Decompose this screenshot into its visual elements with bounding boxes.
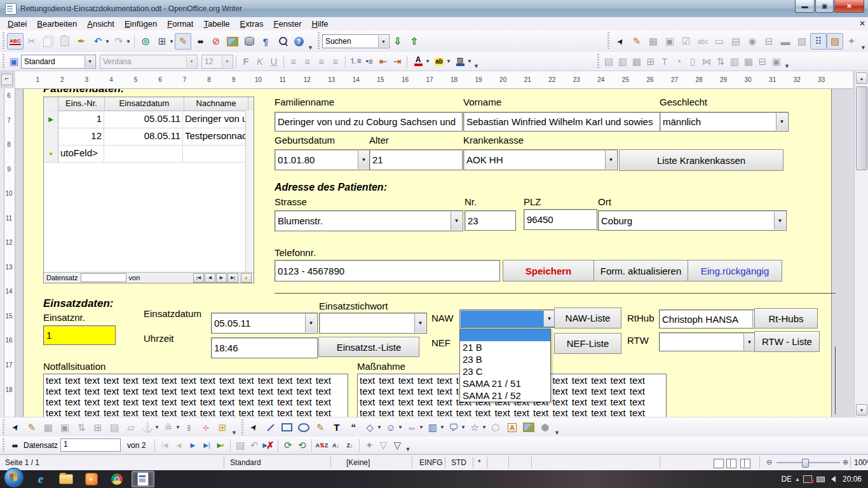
telefon-field[interactable]: 0123 - 4567890 <box>275 260 500 281</box>
book-view-icon[interactable] <box>740 459 750 468</box>
scroll-down-icon[interactable]: ▼ <box>856 404 867 416</box>
stars-icon[interactable]: ☆ <box>466 419 483 436</box>
refresh-icon[interactable]: ⟳ <box>281 438 295 453</box>
rtw-combobox[interactable]: ▼ <box>659 332 756 351</box>
uhrzeit-field[interactable]: 18:46 <box>211 337 318 358</box>
rt-hubs-button[interactable]: Rt-Hubs <box>754 308 818 329</box>
numbered-list-icon[interactable]: ⒈≡ <box>348 54 362 69</box>
dropdown-arrow-icon[interactable]: ▼ <box>743 334 755 350</box>
vertical-scrollbar[interactable]: ▲ ▼ <box>854 71 868 417</box>
hausnr-field[interactable]: 23 <box>465 210 516 231</box>
grid-header[interactable]: Nachname <box>184 97 248 111</box>
minimize-button[interactable]: ▬ <box>795 0 815 13</box>
grid-row-new[interactable]: ● utoFeld> <box>44 145 254 163</box>
form-aktualisieren-button[interactable]: Form. aktualisieren <box>593 260 688 281</box>
menu-item[interactable]: Datei <box>3 18 32 30</box>
dropdown-arrow-icon[interactable]: ▼ <box>358 151 369 169</box>
new-record-button[interactable]: ● <box>241 273 252 283</box>
naw-dropdown-option[interactable]: 23 B <box>460 353 550 365</box>
select-pointer-icon[interactable]: ➤ <box>612 33 628 50</box>
close-document-icon[interactable]: ✕ <box>859 19 865 28</box>
menu-item[interactable]: Einfügen <box>119 18 162 30</box>
dropdown-arrow-icon[interactable]: ▼ <box>605 151 616 169</box>
naw-dropdown-option[interactable]: 21 B <box>460 341 550 353</box>
toolbar-grip[interactable] <box>1 419 6 435</box>
grid-cell[interactable]: 05.05.11 <box>104 111 183 128</box>
grid-cell[interactable]: Deringer von ur <box>183 111 247 128</box>
naw-dropdown-option[interactable]: 23 C <box>460 365 550 377</box>
navigator-icon[interactable]: ⊘ <box>208 33 224 50</box>
scroll-up-icon[interactable]: ▲ <box>856 72 867 84</box>
grid-cell[interactable]: 12 <box>58 128 104 145</box>
toolbar-grip[interactable] <box>596 54 600 69</box>
gallery-icon[interactable] <box>224 33 241 50</box>
grid-cell[interactable]: utoFeld> <box>58 145 104 162</box>
bullet-list-icon[interactable]: •≡ <box>362 54 376 69</box>
menu-item[interactable]: Format <box>162 18 198 30</box>
std-mode-indicator[interactable]: STD <box>451 458 466 467</box>
flowchart-icon[interactable]: ▥ <box>424 419 441 436</box>
snap-to-grid-icon[interactable]: ⊹ <box>198 419 214 436</box>
edit-file-icon[interactable]: ✎ <box>175 33 191 50</box>
grid-scrollbar[interactable] <box>245 111 254 273</box>
select-pointer-icon[interactable]: ➤ <box>7 419 24 436</box>
toolbar-overflow-icon[interactable]: ▼ <box>231 430 237 436</box>
form-design-icon[interactable]: ▨ <box>827 33 843 50</box>
toolbar-overflow-icon[interactable]: ▼ <box>405 446 410 452</box>
nef-liste-button[interactable]: NEF-Liste <box>554 333 621 354</box>
help-icon[interactable]: ? <box>290 33 307 50</box>
toolbar-grip[interactable] <box>1 438 6 452</box>
rthub-combobox[interactable]: Christoph HANSA▼ <box>659 309 765 329</box>
last-record-icon[interactable]: ▶| <box>227 273 238 283</box>
search-combobox[interactable]: Suchen ▼ <box>322 34 390 48</box>
scrollbar-thumb[interactable] <box>856 86 867 170</box>
rtw-liste-button[interactable]: RTW - Liste <box>754 331 820 352</box>
patient-record-grid[interactable]: Eins.-Nr. Einsatzdatum Nachname ▶ 1 05.0… <box>43 97 254 283</box>
menu-item[interactable]: Fenster <box>268 18 306 30</box>
strasse-combobox[interactable]: Blumenstr.▼ <box>275 210 463 231</box>
grid-cell[interactable]: Testpersonnach <box>183 128 247 145</box>
dropdown-arrow-icon[interactable]: ▼ <box>774 212 785 229</box>
toolbar-grip[interactable] <box>240 419 245 435</box>
design-mode-icon[interactable]: ✎ <box>24 419 40 436</box>
drawing-select-icon[interactable]: ➤ <box>246 419 262 436</box>
decrease-indent-icon[interactable]: ⇤ <box>376 54 390 69</box>
dropdown-arrow-icon[interactable]: ▼ <box>776 113 787 130</box>
dropdown-arrow-icon[interactable]: ▼ <box>305 314 316 332</box>
toolbar-overflow-icon[interactable]: ▼ <box>784 63 790 69</box>
zoom-in-icon[interactable]: ⊕ <box>843 458 848 466</box>
plz-field[interactable]: 96450 <box>524 209 597 230</box>
highlighting-icon[interactable]: ab <box>431 53 447 70</box>
grid-cell[interactable] <box>183 145 247 162</box>
grid-cell[interactable]: 1 <box>58 111 104 128</box>
einsatzst-liste-button[interactable]: Einsatzst.-Liste <box>318 337 419 357</box>
block-arrows-icon[interactable]: ⇔ <box>403 419 420 436</box>
toolbar-overflow-icon[interactable]: ▼ <box>554 430 560 436</box>
more-controls-icon[interactable]: ⠿ <box>810 33 827 50</box>
naw-combobox[interactable]: ▼ <box>459 309 556 328</box>
find-next-icon[interactable]: ⇩ <box>390 33 406 50</box>
menu-item[interactable]: Extras <box>235 18 269 30</box>
first-record-icon[interactable]: |◀ <box>193 273 204 283</box>
grid-cell[interactable]: 08.05.11 <box>104 128 183 145</box>
network-icon[interactable]: ✗ <box>803 475 813 484</box>
new-record-icon[interactable]: ▶● <box>214 438 227 453</box>
rectangle-tool-icon[interactable] <box>279 419 295 436</box>
find-previous-icon[interactable]: ⇧ <box>406 33 423 50</box>
paragraph-style-combobox[interactable]: Standard ▼ <box>21 55 96 69</box>
grid-header[interactable]: Einsatzdatum <box>105 97 184 111</box>
insert-table-icon[interactable]: ⊞ <box>154 33 170 50</box>
notfallsituation-textarea[interactable]: text text text text text text text text … <box>43 374 348 417</box>
toolbar-overflow-icon[interactable]: ▼ <box>473 63 479 69</box>
page-style-indicator[interactable]: Standard <box>230 458 261 467</box>
toolbar-grip[interactable] <box>1 54 6 69</box>
form-filter-icon[interactable]: ▽ <box>390 438 404 453</box>
zoom-slider-thumb[interactable] <box>802 459 809 468</box>
spellcheck-icon[interactable]: ABC <box>7 33 24 50</box>
last-record-icon[interactable]: ▶| <box>200 438 214 453</box>
grid-row[interactable]: ▶ 1 05.05.11 Deringer von ur <box>44 111 254 128</box>
dropdown-arrow-icon[interactable]: ▼ <box>451 212 462 230</box>
dropdown-arrow-icon[interactable]: ▼ <box>543 311 555 327</box>
line-tool-icon[interactable] <box>262 419 279 436</box>
tray-expand-icon[interactable]: ▲ <box>795 477 800 482</box>
